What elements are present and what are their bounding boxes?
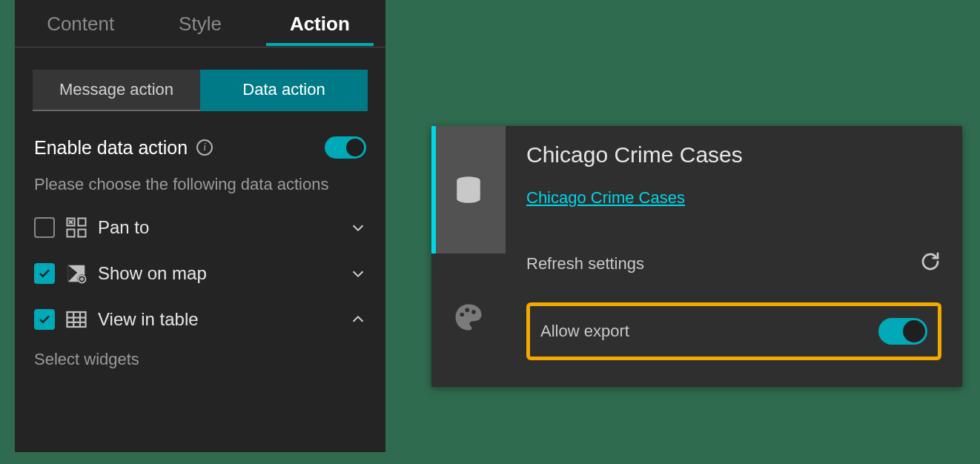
action-pan-to[interactable]: Pan to	[28, 205, 372, 251]
action-view-in-table-label: View in table	[98, 309, 340, 330]
data-source-link[interactable]: Chicago Crime Cases	[526, 188, 685, 208]
data-source-body: Chicago Crime Cases Chicago Crime Cases …	[506, 126, 962, 387]
data-source-title: Chicago Crime Cases	[526, 142, 941, 168]
palette-icon	[453, 302, 484, 333]
refresh-settings-row[interactable]: Refresh settings	[526, 240, 941, 288]
svg-rect-3	[79, 229, 86, 236]
config-panel: Content Style Action Message action Data…	[15, 0, 385, 452]
top-tab-bar: Content Style Action	[15, 0, 385, 47]
action-show-on-map-label: Show on map	[98, 263, 340, 284]
tab-style[interactable]: Style	[140, 2, 259, 44]
action-view-in-table[interactable]: View in table	[28, 296, 372, 342]
subtab-data-action[interactable]: Data action	[200, 70, 368, 111]
svg-point-17	[465, 308, 469, 313]
enable-label-text: Enable data action	[34, 137, 188, 159]
chevron-down-icon	[350, 219, 366, 236]
action-pan-to-label: Pan to	[98, 217, 340, 238]
refresh-icon[interactable]	[919, 251, 941, 277]
pan-icon	[65, 216, 87, 239]
svg-rect-1	[79, 218, 86, 225]
refresh-settings-label: Refresh settings	[526, 254, 644, 274]
side-rail-data[interactable]	[431, 126, 506, 253]
checkbox-show-on-map[interactable]	[34, 263, 55, 284]
checkbox-view-in-table[interactable]	[34, 309, 55, 330]
svg-point-16	[460, 313, 464, 317]
allow-export-row: Allow export	[540, 318, 927, 345]
chevron-down-icon	[350, 265, 366, 282]
database-icon	[453, 174, 484, 205]
table-icon	[65, 308, 87, 331]
data-actions-list: Pan to Show on map	[15, 203, 385, 342]
helper-text: Please choose the following data actions	[15, 165, 385, 203]
svg-rect-2	[67, 229, 75, 236]
map-icon	[65, 262, 87, 285]
tab-content[interactable]: Content	[21, 2, 140, 44]
subtab-message-action[interactable]: Message action	[33, 70, 200, 111]
enable-data-action-label: Enable data action i	[34, 137, 213, 159]
chevron-up-icon	[350, 311, 366, 328]
allow-export-highlight: Allow export	[526, 302, 941, 360]
select-widgets-label: Select widgets	[15, 342, 385, 369]
tab-action[interactable]: Action	[260, 2, 380, 44]
side-rail-style[interactable]	[431, 253, 506, 381]
allow-export-toggle[interactable]	[878, 318, 927, 345]
side-rail	[431, 126, 506, 387]
enable-data-action-toggle[interactable]	[325, 136, 366, 159]
svg-rect-10	[67, 312, 86, 327]
data-source-panel: Chicago Crime Cases Chicago Crime Cases …	[431, 126, 962, 387]
svg-point-18	[471, 310, 476, 314]
sub-tab-bar: Message action Data action	[33, 70, 368, 111]
info-icon[interactable]: i	[196, 139, 213, 156]
enable-data-action-row: Enable data action i	[15, 126, 385, 165]
checkbox-pan-to[interactable]	[34, 217, 55, 238]
allow-export-label: Allow export	[540, 322, 629, 341]
action-show-on-map[interactable]: Show on map	[28, 251, 372, 296]
